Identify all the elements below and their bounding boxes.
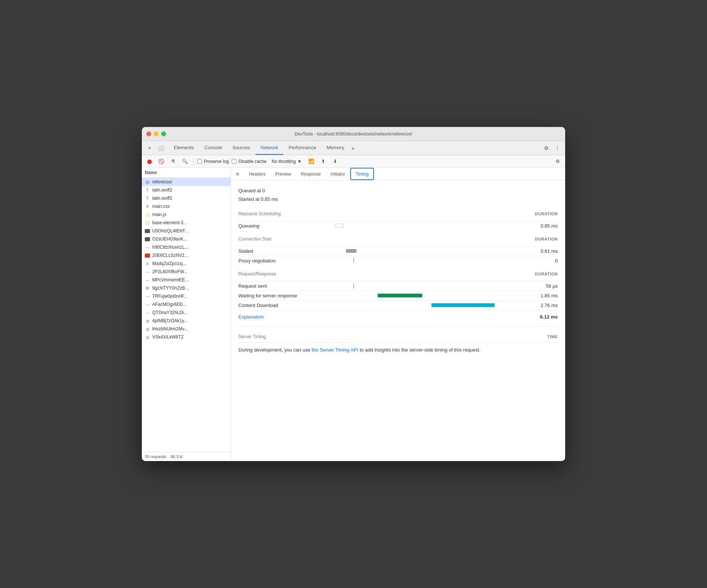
tab-performance[interactable]: Performance bbox=[283, 141, 321, 155]
main-content: Name ▤ reference/ T latin.woff2 T latin.… bbox=[142, 168, 565, 461]
connection-start-section: Connection Start DURATION Stalled 0.61 m… bbox=[238, 236, 558, 265]
sidebar: Name ▤ reference/ T latin.woff2 T latin.… bbox=[142, 168, 231, 461]
sidebar-item-blocked[interactable]: ⊗ MadqZslZpo1sj... bbox=[142, 259, 231, 268]
request-response-header: Request/Response DURATION bbox=[238, 271, 558, 278]
connection-start-title: Connection Start bbox=[238, 236, 271, 242]
more-options-icon[interactable]: ⋮ bbox=[553, 143, 562, 153]
cursor-icon[interactable]: ⌖ bbox=[145, 143, 154, 153]
content-download-duration: 2.76 ms bbox=[528, 303, 558, 308]
search-icon[interactable]: 🔍 bbox=[180, 157, 189, 166]
tab-memory[interactable]: Memory bbox=[322, 141, 349, 155]
wifi-icon[interactable]: 📶 bbox=[307, 157, 316, 166]
tab-elements[interactable]: Elements bbox=[169, 141, 199, 155]
preserve-log-input[interactable] bbox=[197, 159, 202, 164]
sidebar-item-main-css[interactable]: # main.css bbox=[142, 202, 231, 210]
more-tabs-button[interactable]: » bbox=[349, 145, 357, 151]
throttle-label: No throttling bbox=[272, 159, 296, 164]
throttle-select[interactable]: No throttling ▼ bbox=[270, 158, 304, 165]
queueing-bar-container bbox=[305, 223, 528, 228]
font-icon: T bbox=[145, 196, 150, 201]
sidebar-item-label: U5OHzQL4tEKF... bbox=[152, 228, 188, 233]
waiting-label: Waiting for server response bbox=[238, 293, 305, 298]
connection-duration-label: DURATION bbox=[535, 237, 558, 241]
tab-initiator[interactable]: Initiator bbox=[326, 168, 349, 180]
request-response-title: Request/Response bbox=[238, 271, 276, 277]
import-icon[interactable]: ⬆ bbox=[319, 157, 328, 166]
fullscreen-button[interactable] bbox=[161, 131, 166, 136]
close-button[interactable] bbox=[146, 131, 151, 136]
sidebar-item-main-js[interactable]: { } main.js bbox=[142, 210, 231, 219]
tab-response[interactable]: Response bbox=[296, 168, 325, 180]
tab-timing[interactable]: Timing bbox=[350, 168, 374, 180]
sidebar-item-xhr6[interactable]: — QTDnaY32hLDi... bbox=[142, 308, 231, 317]
sidebar-item-label: base-element-3... bbox=[152, 220, 187, 225]
tab-preview[interactable]: Preview bbox=[271, 168, 296, 180]
request-sent-duration: 56 μs bbox=[528, 283, 558, 289]
server-timing-description: During development, you can use the Serv… bbox=[238, 342, 558, 354]
network-settings-icon[interactable]: ⚙ bbox=[553, 157, 562, 166]
tab-headers[interactable]: Headers bbox=[244, 168, 270, 180]
sidebar-item-xhr9[interactable]: ▤ VSk4XiLkW8TZ bbox=[142, 333, 231, 341]
device-icon[interactable]: ⬜ bbox=[156, 143, 166, 153]
close-detail-button[interactable]: ✕ bbox=[234, 170, 241, 178]
sidebar-item-latin-woff2-2[interactable]: T latin.woff2 bbox=[142, 194, 231, 202]
disable-cache-checkbox[interactable]: Disable cache bbox=[232, 159, 266, 164]
network-toolbar: ⬤ 🚫 ⚗ 🔍 Preserve log Disable cache No th… bbox=[142, 155, 565, 168]
sidebar-item-xhr5[interactable]: — AFacMOgv6D0... bbox=[142, 300, 231, 308]
sidebar-item-reference[interactable]: ▤ reference/ bbox=[142, 178, 231, 186]
sidebar-item-label: AFacMOgv6D0... bbox=[152, 302, 186, 307]
filter-icon[interactable]: ⚗ bbox=[169, 157, 177, 166]
request-sent-label: Request sent bbox=[238, 283, 305, 289]
explanation-link[interactable]: Explanation bbox=[238, 314, 264, 320]
sidebar-item-label: 4pIMBj7zOAk1y... bbox=[152, 318, 188, 323]
tab-sources[interactable]: Sources bbox=[227, 141, 255, 155]
sidebar-item-label: main.js bbox=[152, 212, 166, 217]
server-timing-desc-after: to add insights into the server-side tim… bbox=[358, 347, 480, 353]
disable-cache-label: Disable cache bbox=[238, 159, 266, 164]
disable-cache-input[interactable] bbox=[232, 159, 237, 164]
resource-scheduling-section: Resource Scheduling DURATION Queueing 0.… bbox=[238, 211, 558, 231]
sidebar-item-settings-js[interactable]: ⚙ 9gzXiTYY0nZzB... bbox=[142, 284, 231, 292]
content-download-bar-container bbox=[305, 303, 528, 308]
section-divider bbox=[238, 326, 558, 327]
xhr-icon: ▤ bbox=[145, 318, 150, 323]
devtools-window: DevTools - localhost:8080/docs/devtools/… bbox=[142, 127, 565, 461]
server-timing-title: Server Timing bbox=[238, 334, 266, 339]
preserve-log-checkbox[interactable]: Preserve log bbox=[197, 159, 229, 164]
xhr-icon: — bbox=[145, 269, 150, 274]
sidebar-item-xhr3[interactable]: — MPcVmmemtEE... bbox=[142, 276, 231, 284]
img-icon bbox=[145, 229, 150, 233]
sidebar-item-img1[interactable]: U5OHzQL4tEKF... bbox=[142, 227, 231, 235]
tab-network[interactable]: Network bbox=[255, 141, 284, 155]
xhr-icon: — bbox=[145, 310, 150, 315]
export-icon[interactable]: ⬇ bbox=[330, 157, 339, 166]
sidebar-item-img-red[interactable]: 20E6CLcSzNV2... bbox=[142, 251, 231, 259]
resource-scheduling-title: Resource Scheduling bbox=[238, 211, 281, 216]
tab-console[interactable]: Console bbox=[199, 141, 227, 155]
settings-icon[interactable]: ⚙ bbox=[541, 143, 551, 153]
stalled-bar bbox=[346, 249, 356, 253]
content-download-label: Content Download bbox=[238, 303, 305, 308]
detail-panel: ✕ Headers Preview Response Initiator Tim… bbox=[231, 168, 565, 461]
sidebar-item-xhr7[interactable]: ▤ 4pIMBj7zOAk1y... bbox=[142, 317, 231, 325]
server-timing-api-link[interactable]: the Server Timing API bbox=[312, 347, 358, 353]
sidebar-item-label: QTDnaY32hLDi... bbox=[152, 310, 188, 315]
img-red-icon bbox=[145, 254, 150, 258]
settings-js-icon: ⚙ bbox=[145, 285, 150, 291]
sidebar-item-latin-woff2-1[interactable]: T latin.woff2 bbox=[142, 186, 231, 194]
minimize-button[interactable] bbox=[154, 131, 159, 136]
sidebar-item-img2[interactable]: O2slJEHG9avK... bbox=[142, 235, 231, 243]
record-button[interactable]: ⬤ bbox=[145, 157, 154, 166]
timing-row-stalled: Stalled 0.61 ms bbox=[238, 246, 558, 256]
sidebar-item-xhr2[interactable]: — 2P2L80XfBoFW... bbox=[142, 268, 231, 276]
sidebar-item-xhr1[interactable]: — h90CtfziXluvh1L... bbox=[142, 243, 231, 251]
timing-row-content-download: Content Download 2.76 ms bbox=[238, 300, 558, 310]
timing-row-waiting: Waiting for server response 1.85 ms bbox=[238, 291, 558, 300]
waiting-bar bbox=[378, 294, 422, 297]
sidebar-item-base-element[interactable]: { } base-element-3... bbox=[142, 219, 231, 227]
clear-button[interactable]: 🚫 bbox=[157, 157, 166, 166]
timing-info: Queued at 0 Started at 0.85 ms bbox=[238, 186, 558, 204]
proxy-duration: 0 bbox=[528, 258, 558, 264]
sidebar-item-xhr8[interactable]: ▤ lHvzbNUlrm2Mv... bbox=[142, 325, 231, 333]
sidebar-item-xhr4[interactable]: — TRFujw0pi0nHF... bbox=[142, 292, 231, 300]
